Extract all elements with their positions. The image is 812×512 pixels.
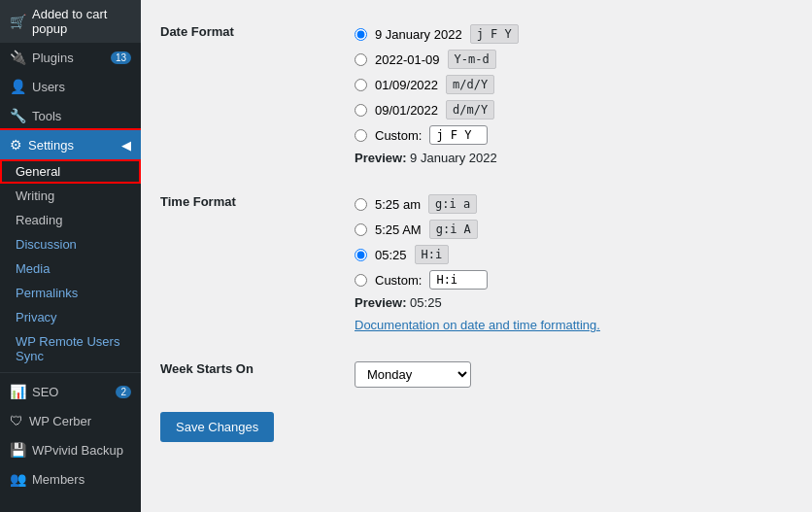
time-format-option-label-Hi[interactable]: 05:25 <box>375 248 407 262</box>
sidebar-item-plugins[interactable]: 🔌 Plugins 13 <box>0 43 141 72</box>
submenu-label: Reading <box>16 213 62 227</box>
date-format-option-label-jFY[interactable]: 9 January 2022 <box>375 27 462 42</box>
date-time-doc-link[interactable]: Documentation on date and time formattin… <box>355 318 600 332</box>
settings-form-table: Date Format 9 January 2022 j F Y 2022-01… <box>160 10 793 402</box>
date-format-option-label-custom[interactable]: Custom: <box>375 128 422 143</box>
cart-icon: 🛒 <box>10 14 26 29</box>
submenu-label: Writing <box>16 188 54 203</box>
time-format-row: Time Format 5:25 am g:i a 5:25 AM g:i A <box>160 180 793 347</box>
date-format-code-jFY: j F Y <box>470 24 519 44</box>
settings-arrow: ◀ <box>121 138 131 153</box>
time-format-option-label-custom[interactable]: Custom: <box>375 273 422 288</box>
submenu-item-permalinks[interactable]: Permalinks <box>0 281 141 305</box>
sidebar-item-label: Added to cart popup <box>32 7 131 36</box>
time-format-code-Hi: H:i <box>415 245 450 264</box>
date-format-options: 9 January 2022 j F Y 2022-01-09 Y-m-d 01… <box>355 24 793 145</box>
wpvivid-icon: 💾 <box>10 442 26 458</box>
seo-icon: 📊 <box>10 384 26 399</box>
settings-icon: ⚙ <box>10 137 22 153</box>
sidebar: 🛒 Added to cart popup 🔌 Plugins 13 👤 Use… <box>0 0 141 512</box>
date-format-code-mdY: m/d/Y <box>446 75 494 94</box>
sidebar-item-label: WP Cerber <box>29 414 91 428</box>
time-format-radio-giA[interactable] <box>355 223 367 236</box>
date-format-code-Ymd: Y-m-d <box>448 50 496 69</box>
sidebar-item-wp-cerber[interactable]: 🛡 WP Cerber <box>0 406 141 435</box>
date-format-option-mdY: 01/09/2022 m/d/Y <box>355 75 793 94</box>
date-format-option-dmY: 09/01/2022 d/m/Y <box>355 100 793 119</box>
sidebar-item-added-to-cart[interactable]: 🛒 Added to cart popup <box>0 0 141 43</box>
sidebar-item-members[interactable]: 👥 Members <box>0 464 141 494</box>
submenu-item-general[interactable]: General <box>0 159 141 184</box>
time-format-code-giA: g:i A <box>429 220 478 239</box>
sidebar-item-label: Tools <box>32 109 61 123</box>
time-format-radio-custom[interactable] <box>355 274 367 287</box>
sidebar-item-label: Users <box>32 80 65 94</box>
time-format-radio-gia[interactable] <box>355 198 367 211</box>
submenu-label: Discussion <box>16 237 77 252</box>
sidebar-item-label: SEO <box>32 385 58 399</box>
time-format-code-gia: g:i a <box>428 194 477 214</box>
date-format-code-dmY: d/m/Y <box>446 100 494 119</box>
time-format-label: Time Format <box>160 194 236 209</box>
submenu-item-reading[interactable]: Reading <box>0 208 141 232</box>
time-format-radio-Hi[interactable] <box>355 249 367 261</box>
users-icon: 👤 <box>10 79 26 94</box>
tools-icon: 🔧 <box>10 108 26 123</box>
time-format-preview: Preview: 05:25 <box>355 295 793 310</box>
date-format-radio-Ymd[interactable] <box>355 53 367 66</box>
submenu-item-privacy[interactable]: Privacy <box>0 305 141 329</box>
sidebar-separator <box>0 372 141 373</box>
time-format-option-label-giA[interactable]: 5:25 AM <box>375 222 422 237</box>
submenu-label: Permalinks <box>16 286 78 300</box>
time-format-option-gia: 5:25 am g:i a <box>355 194 793 214</box>
date-format-option-label-mdY[interactable]: 01/09/2022 <box>375 78 438 92</box>
week-starts-on-select[interactable]: Sunday Monday Tuesday Wednesday Thursday… <box>355 361 471 388</box>
date-format-radio-jFY[interactable] <box>355 28 367 41</box>
settings-submenu: General Writing Reading Discussion Media… <box>0 159 141 368</box>
sidebar-item-wpvivid-backup[interactable]: 💾 WPvivid Backup <box>0 435 141 464</box>
date-format-preview: Preview: 9 January 2022 <box>355 151 793 165</box>
date-format-option-custom: Custom: <box>355 125 793 145</box>
date-format-custom-input[interactable] <box>429 125 488 145</box>
date-format-option-jFY: 9 January 2022 j F Y <box>355 24 793 44</box>
sidebar-item-settings[interactable]: ⚙ Settings ◀ <box>0 130 141 159</box>
date-format-row: Date Format 9 January 2022 j F Y 2022-01… <box>160 10 793 180</box>
doc-link-container: Documentation on date and time formattin… <box>355 318 793 332</box>
time-format-preview-value: 05:25 <box>410 295 442 310</box>
submenu-label: Media <box>16 261 50 276</box>
time-format-options: 5:25 am g:i a 5:25 AM g:i A 05:25 H:i <box>355 194 793 290</box>
date-format-radio-custom[interactable] <box>355 129 367 142</box>
date-format-option-label-Ymd[interactable]: 2022-01-09 <box>375 52 440 67</box>
time-format-option-label-gia[interactable]: 5:25 am <box>375 197 421 212</box>
sidebar-item-label: Members <box>32 472 85 487</box>
sidebar-item-users[interactable]: 👤 Users <box>0 72 141 101</box>
plugins-badge: 13 <box>111 51 131 64</box>
time-format-option-Hi: 05:25 H:i <box>355 245 793 264</box>
submenu-item-wp-remote-users-sync[interactable]: WP Remote Users Sync <box>0 329 141 368</box>
submenu-item-writing[interactable]: Writing <box>0 184 141 208</box>
sidebar-item-label: Plugins <box>32 51 74 65</box>
date-format-radio-dmY[interactable] <box>355 104 367 117</box>
time-format-option-custom: Custom: <box>355 270 793 290</box>
submenu-item-media[interactable]: Media <box>0 256 141 281</box>
submenu-item-discussion[interactable]: Discussion <box>0 232 141 256</box>
members-icon: 👥 <box>10 471 26 487</box>
wp-cerber-icon: 🛡 <box>10 413 23 428</box>
week-starts-on-label: Week Starts On <box>160 361 254 376</box>
time-format-option-giA: 5:25 AM g:i A <box>355 220 793 239</box>
save-changes-button[interactable]: Save Changes <box>160 412 274 442</box>
sidebar-item-label: Settings <box>28 138 74 153</box>
date-format-label: Date Format <box>160 24 234 39</box>
date-format-option-Ymd: 2022-01-09 Y-m-d <box>355 50 793 69</box>
submenu-label: WP Remote Users Sync <box>16 334 131 363</box>
date-format-preview-label: Preview: <box>355 151 406 165</box>
sidebar-item-seo[interactable]: 📊 SEO 2 <box>0 377 141 406</box>
sidebar-item-label: WPvivid Backup <box>32 443 123 458</box>
week-starts-on-row: Week Starts On Sunday Monday Tuesday Wed… <box>160 347 793 402</box>
submenu-label: Privacy <box>16 310 57 324</box>
time-format-custom-input[interactable] <box>429 270 488 290</box>
sidebar-item-tools[interactable]: 🔧 Tools <box>0 101 141 130</box>
time-format-preview-label: Preview: <box>355 295 406 310</box>
date-format-radio-mdY[interactable] <box>355 79 367 91</box>
date-format-option-label-dmY[interactable]: 09/01/2022 <box>375 103 438 118</box>
